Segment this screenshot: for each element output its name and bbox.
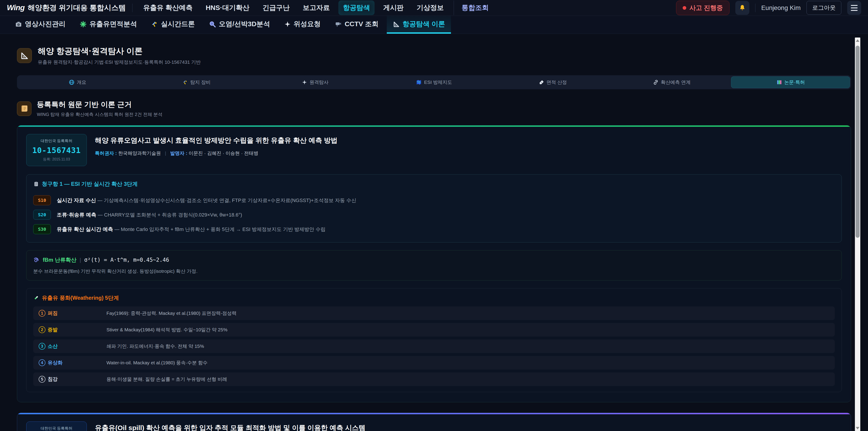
subtab-3d-analysis[interactable]: 오염/선박3D분석: [203, 16, 276, 34]
page-title: 해양 항공탐색·원격탐사 이론: [38, 45, 201, 57]
logout-button[interactable]: 로그아웃: [807, 1, 841, 15]
subtab-satellite-request[interactable]: 위성요청: [278, 16, 327, 34]
incident-label: 사고 진행중: [689, 4, 723, 12]
nav-item-weather[interactable]: 기상정보: [412, 0, 448, 15]
claims-box: 청구항 1 — ESI 기반 실시간 확산 3단계 S10 실시간 자료 수신 …: [26, 174, 842, 243]
divider: [132, 4, 132, 12]
menu-button[interactable]: [847, 1, 861, 15]
patent-card-2: 대한민국 등록특허 10-1868791 등록: 2018.06.12 유출유(…: [17, 413, 851, 431]
sub-nav: 영상사진관리 유출유면적분석 실시간드론 오염/선박3D분석 위성요청 CCTV…: [0, 16, 868, 34]
bookmark-tabs-icon: [776, 79, 782, 85]
patent-number: 10-1567431: [31, 146, 82, 155]
test-tube-icon: [33, 295, 39, 301]
page-header: 해양 항공탐색·원격탐사 이론 유출유 원격탐지·항공감시 기법·ESI 방제정…: [17, 45, 851, 65]
sparkle-icon: [284, 21, 291, 28]
patent-meta: 특허권자 : 한국해양과학기술원 | 발명자 : 이문진 · 김혜진 · 이승현…: [95, 150, 338, 156]
incident-status-badge: 사고 진행중: [676, 1, 730, 15]
app-logo: Wing 해양환경 위기대응 통합시스템: [7, 3, 126, 13]
section-subtitle: WING 탑재 유출유 확산예측 시스템의 특허 원전 2건 전체 분석: [37, 112, 162, 118]
notifications-button[interactable]: [735, 1, 749, 15]
subtab-cctv[interactable]: CCTV 조회: [329, 16, 384, 34]
weathering-row: 2증발 Stiver & Mackay(1984) 해석적 방법. 수일~10일…: [33, 323, 835, 337]
patent-card-1: 대한민국 등록특허 10-1567431 등록: 2015.11.03 해양 유…: [17, 125, 851, 402]
magnifier-icon: [209, 21, 216, 28]
patent-title: 유출유(Oil spill) 확산 예측을 위한 입자 추적 모듈 최적화 방법…: [95, 423, 366, 431]
main-content: 해양 항공탐색·원격탐사 이론 유출유 원격탐지·항공감시 기법·ESI 방제정…: [0, 34, 868, 431]
set-square-icon: [393, 21, 400, 28]
weathering-row: 3소산 쇄파 기인. 파도에너지·풍속 함수. 전체 약 15%: [33, 339, 835, 353]
tab-remote-sensing[interactable]: 원격탐사: [256, 76, 375, 88]
user-name: Eunjeong Kim: [761, 4, 801, 11]
fbm-formula: σ²(t) = A·t^m, m=0.45~2.46: [84, 257, 169, 263]
tab-papers-patents[interactable]: 논문·특허: [731, 76, 850, 88]
sparkle-icon: [302, 80, 307, 85]
patent-number-badge: 대한민국 등록특허 10-1567431 등록: 2015.11.03: [26, 134, 87, 166]
pen-nib-icon: [539, 80, 544, 85]
nav-item-reports[interactable]: 보고자료: [298, 0, 334, 15]
green-burst-icon: [80, 21, 87, 28]
spiral-icon: [33, 257, 39, 263]
weathering-row: 5침강 용해·미생물 분해. 질량 손실률 = 초기 누유량에 선형 비례: [33, 372, 835, 386]
hamburger-icon: [851, 5, 858, 11]
app-title: 해양환경 위기대응 통합시스템: [28, 3, 126, 13]
tab-detection-equipment[interactable]: 탐지 장비: [137, 76, 256, 88]
patent-title: 해양 유류오염사고 발생시 효율적인 방제방안 수립을 위한 유출유 확산 예측…: [95, 136, 338, 145]
theory-tab-bar: 개요 탐지 장비 원격탐사 ESI 방제지도 면적 산정 확산예측 연계 논문·…: [17, 75, 851, 89]
fbm-description: 분수 브라운운동(fBm) 기반 무작위 확산거리 생성. 등방성(isotro…: [33, 268, 835, 274]
claim-step: S10 실시간 자료 수신 — 기상예측시스템·위성영상수신시스템·검조소 인터…: [33, 193, 835, 208]
cctv-camera-icon: [335, 21, 342, 28]
link-icon: [653, 79, 659, 85]
patent-registration-date: 등록: 2015.11.03: [31, 157, 82, 162]
patent-number-badge: 대한민국 등록특허 10-1868791 등록: 2018.06.12: [26, 422, 87, 431]
subtab-oil-area-analysis[interactable]: 유출유면적분석: [74, 16, 143, 34]
page-icon-box: [17, 48, 32, 63]
claim-step: S20 조류·취송류 예측 — CHARRY모델 조화분석 + 취송류 경험식(…: [33, 208, 835, 222]
clipboard-icon: [33, 181, 39, 187]
claims-header: 청구항 1 — ESI 기반 실시간 확산 3단계: [42, 180, 138, 188]
camera-icon: [15, 21, 22, 28]
top-bar-right: 사고 진행중 Eunjeong Kim 로그아웃: [676, 1, 861, 15]
main-nav: 유출유 확산예측 HNS·대기확산 긴급구난 보고자료 항공탐색 게시판 기상정…: [139, 0, 670, 15]
nav-item-integrated-search[interactable]: 통합조회: [454, 0, 493, 15]
scrollbar-thumb[interactable]: [856, 45, 860, 238]
globe-icon: [69, 79, 74, 85]
incident-dot-icon: [683, 6, 686, 10]
weathering-box: 유출유 풍화(Weathering) 5단계 1퍼짐 Fay(1969): 중력…: [26, 288, 842, 392]
logo-mark: Wing: [7, 3, 25, 12]
section-header: 등록특허 원문 기반 이론 근거 WING 탑재 유출유 확산예측 시스템의 특…: [17, 100, 851, 118]
tab-overview[interactable]: 개요: [18, 76, 137, 88]
section-icon-box: [17, 101, 31, 116]
map-icon: [416, 79, 422, 85]
scrollbar-down-arrow[interactable]: [855, 425, 860, 431]
satellite-dish-icon: [182, 79, 188, 85]
page-subtitle: 유출유 원격탐지·항공감시 기법·ESI 방제정보지도·등록특허 10-1567…: [38, 59, 201, 65]
fbm-box: fBm 난류확산 | σ²(t) = A·t^m, m=0.45~2.46 분수…: [26, 250, 842, 280]
weathering-header: 유출유 풍화(Weathering) 5단계: [42, 294, 119, 302]
tab-area-calculation[interactable]: 면적 산정: [493, 76, 612, 88]
scroll-icon: [20, 104, 29, 113]
weathering-row: 1퍼짐 Fay(1969): 중력-관성력. Mackay et al.(198…: [33, 306, 835, 320]
scrollbar-up-arrow[interactable]: [855, 37, 860, 43]
satellite-dish-icon: [151, 21, 158, 28]
claim-step: S30 유출유 확산 실시간 예측 — Monte Carlo 입자추적 + f…: [33, 222, 835, 237]
bell-icon: [739, 4, 746, 12]
weathering-row: 4유상화 Water-in-oil. Mackay et al.(1980) 풍…: [33, 356, 835, 370]
subtab-photo-management[interactable]: 영상사진관리: [9, 16, 71, 34]
subtab-realtime-drone[interactable]: 실시간드론: [145, 16, 201, 34]
nav-item-aerial-search[interactable]: 항공탐색: [338, 0, 375, 15]
nav-item-board[interactable]: 게시판: [379, 0, 408, 15]
nav-item-rescue[interactable]: 긴급구난: [258, 0, 294, 15]
section-title: 등록특허 원문 기반 이론 근거: [37, 100, 162, 110]
tab-forecast-link[interactable]: 확산예측 연계: [612, 76, 731, 88]
divider: [755, 4, 755, 12]
vertical-scrollbar[interactable]: [855, 37, 860, 431]
fbm-label: fBm 난류확산: [43, 256, 76, 264]
subtab-aerial-theory[interactable]: 항공탐색 이론: [387, 16, 451, 34]
top-bar: Wing 해양환경 위기대응 통합시스템 유출유 확산예측 HNS·대기확산 긴…: [0, 0, 868, 16]
tab-esi-map[interactable]: ESI 방제지도: [375, 76, 493, 88]
nav-item-hns[interactable]: HNS·대기확산: [201, 0, 254, 15]
set-square-icon: [20, 51, 29, 60]
nav-item-spill-forecast[interactable]: 유출유 확산예측: [139, 0, 197, 15]
